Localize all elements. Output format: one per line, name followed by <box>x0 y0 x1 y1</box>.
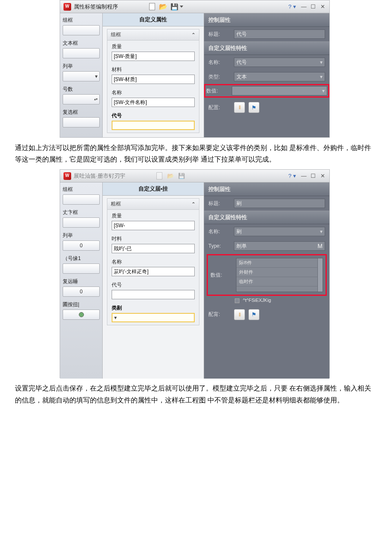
palette-groupbox[interactable]: 组框 <box>63 186 100 205</box>
assign-button-list[interactable]: ⦀ <box>234 309 245 320</box>
palette-list[interactable]: 列举 0 <box>63 232 100 251</box>
name-dropdown[interactable]: 代号 <box>234 58 325 67</box>
save-dropdown-icon[interactable] <box>180 6 183 8</box>
row-value-highlighted: 数值: 际®件 外财件 临时作 <box>207 254 327 296</box>
palette-panel: 组框 文本框 列举 号数 复选框 <box>60 13 103 137</box>
maximize-button[interactable]: ☐ <box>310 3 317 10</box>
checkbox-row[interactable]: ^t^FSiEXJKig <box>204 297 329 305</box>
row-value-highlighted: 数值: <box>204 84 329 98</box>
minimize-button[interactable]: — <box>300 3 307 10</box>
palette-preview <box>63 48 100 58</box>
palette-textbox[interactable]: 丈卞框 <box>63 209 100 228</box>
new-file-icon <box>156 172 162 179</box>
collapse-icon[interactable]: ⌃ <box>191 32 196 38</box>
palette-label: 组框 <box>63 17 100 24</box>
new-file-button[interactable] <box>155 172 164 180</box>
palette-radio[interactable]: 圃按扭| <box>63 301 100 320</box>
palette-preview <box>63 263 100 274</box>
palette-label: 圃按扭| <box>63 301 100 308</box>
palette-textbox[interactable]: 文本框 <box>63 40 100 58</box>
save-button[interactable]: 💾 <box>170 3 179 11</box>
help-dropdown-icon[interactable]: ▾ <box>293 173 296 179</box>
palette-groupbox[interactable]: 组框 <box>63 17 100 35</box>
palette-number[interactable]: 号数 <box>63 86 100 104</box>
field-code: 代号 <box>107 279 199 302</box>
section-custom-props: 自定义届性特性 <box>204 41 329 55</box>
toolbar: 📂 💾 <box>148 3 183 11</box>
group-header[interactable]: 粗框 ⌃ <box>107 199 199 210</box>
palette-preview <box>63 217 100 228</box>
value-listbox[interactable]: 际®件 外财件 临时作 <box>236 258 323 292</box>
open-file-button[interactable]: 📂 <box>159 3 167 11</box>
field-code: 代号 <box>107 110 199 133</box>
list-icon: ⦀ <box>239 311 241 318</box>
help-dropdown-icon[interactable]: ▾ <box>293 3 296 10</box>
palette-preview <box>63 117 100 127</box>
palette-preview <box>63 194 100 205</box>
close-button[interactable]: ✕ <box>319 173 326 179</box>
assign-button-flag[interactable]: ⚑ <box>248 102 259 113</box>
scrollbar[interactable] <box>317 258 323 292</box>
properties-panel: 控制届性 标题: 代号 自定义届性特性 名称: 代号 类型: 文本 数值: 配置… <box>204 13 329 137</box>
row-assign: 配置: ⦀ ⚑ <box>204 98 329 120</box>
type-label: 类型: <box>208 73 231 81</box>
titlebar: 属性标签编制程序 📂 💾 ? ▾ — ☐ ✕ <box>60 0 329 13</box>
value-dropdown[interactable] <box>232 86 327 95</box>
type-dropdown[interactable]: 文本 <box>234 72 325 81</box>
title-label: 标题: <box>208 200 231 207</box>
palette-number[interactable]: （号缘1 <box>63 255 100 274</box>
title-input[interactable]: 剜 <box>234 199 325 208</box>
help-button[interactable]: ? <box>288 173 291 179</box>
properties-panel: 控制届性 标题: 剜 自定义届性特性 名称: 剜 Type: 刎单 M 数值: <box>204 182 329 379</box>
section-control-props: 控制届性 <box>204 182 329 196</box>
value-label: 数值: <box>210 272 233 279</box>
palette-checkbox[interactable]: 复选框 <box>63 109 100 127</box>
field-input-name[interactable] <box>112 267 195 276</box>
disk-icon: 💾 <box>178 173 185 179</box>
field-input-mass[interactable] <box>112 221 195 230</box>
value-label: 数值: <box>206 87 228 95</box>
name-dropdown[interactable]: 剜 <box>234 227 325 236</box>
open-file-button[interactable]: 📂 <box>166 172 175 180</box>
list-item[interactable]: 外财件 <box>236 268 317 277</box>
help-button[interactable]: ? <box>288 3 291 10</box>
palette-preview <box>63 310 100 320</box>
field-input-code[interactable] <box>112 121 195 130</box>
palette-panel: 组框 丈卞框 列举 0 （号缘1 复远睡 0 圃按扭| <box>60 182 103 379</box>
palette-preview: 0 <box>63 286 100 297</box>
collapse-icon[interactable]: ⌃ <box>191 201 196 207</box>
palette-list[interactable]: 列举 <box>63 63 100 81</box>
palette-preview <box>63 94 100 104</box>
minimize-button[interactable]: — <box>300 173 307 179</box>
field-input-name[interactable] <box>112 98 195 107</box>
field-input-material[interactable] <box>112 75 195 84</box>
checkbox-label: ^t^FSiEXJKig <box>243 298 271 303</box>
assign-button-list[interactable]: ⦀ <box>234 102 245 113</box>
field-label: 质量 <box>112 212 195 220</box>
assign-button-flag[interactable]: ⚑ <box>248 309 259 320</box>
new-file-button[interactable] <box>148 3 156 11</box>
palette-checkbox[interactable]: 复远睡 0 <box>63 278 100 297</box>
list-item[interactable]: 际®件 <box>236 258 317 268</box>
maximize-button[interactable]: ☐ <box>310 173 317 179</box>
field-input-code[interactable] <box>112 290 195 299</box>
type-input[interactable]: 刎单 M <box>234 241 325 251</box>
palette-preview <box>63 25 100 35</box>
field-combo-category[interactable] <box>112 313 195 322</box>
palette-label: 号数 <box>63 86 100 93</box>
assign-label: 配肓: <box>208 311 231 318</box>
title-input[interactable]: 代号 <box>234 29 325 39</box>
field-input-material[interactable] <box>112 244 195 253</box>
palette-preview: 0 <box>63 240 100 251</box>
close-button[interactable]: ✕ <box>319 3 326 10</box>
field-input-mass[interactable] <box>112 52 195 61</box>
save-button[interactable]: 💾 <box>177 172 186 180</box>
app-icon <box>63 3 71 11</box>
palette-label: 复选框 <box>63 109 100 116</box>
list-item[interactable]: 临时作 <box>236 277 317 286</box>
section-control-props: 控制届性 <box>204 13 329 27</box>
group-header[interactable]: 组框 ⌃ <box>107 29 199 41</box>
row-title: 标题: 剜 <box>204 196 329 211</box>
folder-icon: 📂 <box>167 173 174 179</box>
palette-label: 丈卞框 <box>63 209 100 216</box>
